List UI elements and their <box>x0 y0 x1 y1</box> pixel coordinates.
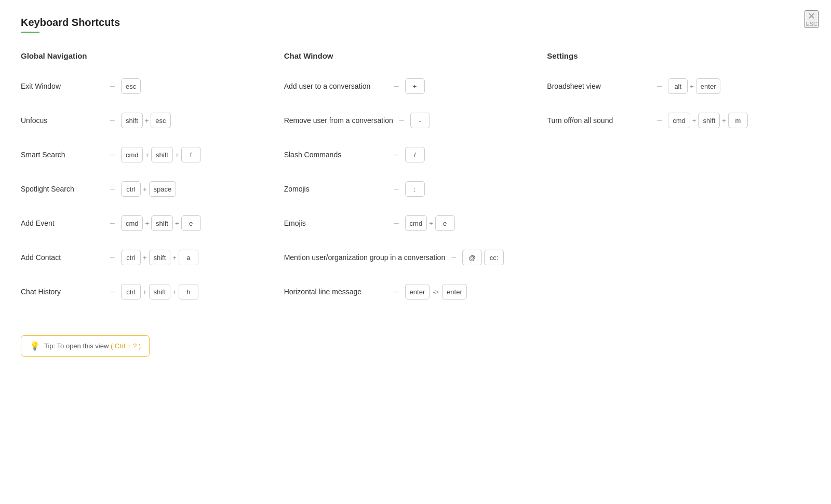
add-user-label: Add user to a conversation <box>284 82 388 90</box>
key-ctrl: ctrl <box>121 250 141 265</box>
key-cmd: cmd <box>405 215 427 231</box>
chat-window-title: Chat Window <box>284 51 537 60</box>
slash-commands-keys: / <box>405 147 425 162</box>
key-shift: shift <box>151 147 173 162</box>
dash: – <box>657 81 662 91</box>
horizontal-line-label: Horizontal line message <box>284 288 388 296</box>
plus: + <box>722 117 726 125</box>
shortcut-broadsheet: Broadsheet view – alt + enter <box>547 75 800 98</box>
mention-label: Mention user/organization group in a con… <box>284 253 446 262</box>
plus: + <box>143 185 147 193</box>
plus: + <box>690 83 694 90</box>
dash: – <box>110 287 115 296</box>
shortcut-sound: Turn off/on all sound – cmd + shift + m <box>547 109 800 132</box>
plus: + <box>143 288 147 296</box>
key-space: space <box>149 181 177 197</box>
broadsheet-label: Broadsheet view <box>547 82 651 90</box>
key-slash: / <box>405 147 425 162</box>
close-icon: ✕ <box>808 11 815 21</box>
global-navigation-column: Global Navigation Exit Window – esc Unfo… <box>21 51 284 357</box>
key-minus: - <box>410 113 430 128</box>
plus: + <box>172 254 177 262</box>
shortcut-remove-user: Remove user from a conversation – - <box>284 109 537 132</box>
dash: – <box>394 81 399 91</box>
key-shift: shift <box>149 250 171 265</box>
key-shift: shift <box>121 113 143 128</box>
dash: – <box>399 116 404 125</box>
key-shift: shift <box>698 113 720 128</box>
add-event-label: Add Event <box>21 219 104 227</box>
key-enter: enter <box>696 78 721 94</box>
dash: – <box>394 184 399 194</box>
close-button[interactable]: ✕ ESC <box>805 10 819 28</box>
plus: + <box>175 151 179 159</box>
add-event-keys: cmd + shift + e <box>121 215 201 231</box>
slash-commands-label: Slash Commands <box>284 151 388 159</box>
plus: + <box>172 288 177 296</box>
key-esc: esc <box>151 113 170 128</box>
add-user-keys: + <box>405 78 425 94</box>
remove-user-keys: - <box>410 113 430 128</box>
plus: + <box>145 151 149 159</box>
title-underline <box>21 32 39 33</box>
key-at: @ <box>462 250 482 265</box>
dash: – <box>110 184 115 194</box>
columns-container: Global Navigation Exit Window – esc Unfo… <box>21 51 810 357</box>
shortcut-zomojis: Zomojis – : <box>284 178 537 200</box>
spotlight-search-label: Spotlight Search <box>21 185 104 193</box>
key-h: h <box>179 284 198 299</box>
keyboard-shortcuts-modal: ✕ ESC Keyboard Shortcuts Global Navigati… <box>0 0 831 504</box>
shortcut-unfocus: Unfocus – shift + esc <box>21 109 274 132</box>
plus: + <box>692 117 696 125</box>
dash: – <box>394 219 399 228</box>
key-e: e <box>181 215 201 231</box>
add-contact-keys: ctrl + shift + a <box>121 250 198 265</box>
key-f: f <box>181 147 201 162</box>
spotlight-search-keys: ctrl + space <box>121 181 176 197</box>
smart-search-label: Smart Search <box>21 151 104 159</box>
dash: – <box>110 253 115 262</box>
dash: – <box>110 116 115 125</box>
dash: – <box>110 219 115 228</box>
global-nav-title: Global Navigation <box>21 51 274 60</box>
shortcut-slash-commands: Slash Commands – / <box>284 143 537 166</box>
key-enter-2: enter <box>442 284 467 299</box>
shortcut-emojis: Emojis – cmd + e <box>284 212 537 235</box>
plus: + <box>145 220 149 227</box>
key-cmd: cmd <box>121 215 143 231</box>
tip-box: 💡 Tip: To open this view ( Ctrl + ? ) <box>21 335 150 357</box>
tip-shortcut: ( Ctrl + ? ) <box>111 342 141 350</box>
shortcut-add-user: Add user to a conversation – + <box>284 75 537 98</box>
page-title: Keyboard Shortcuts <box>21 17 810 29</box>
exit-window-label: Exit Window <box>21 82 104 90</box>
tip-prefix: Tip: To open this view <box>44 342 109 350</box>
shortcut-add-contact: Add Contact – ctrl + shift + a <box>21 246 274 269</box>
tip-icon: 💡 <box>30 341 40 351</box>
shortcut-add-event: Add Event – cmd + shift + e <box>21 212 274 235</box>
key-ctrl: ctrl <box>121 284 141 299</box>
key-colon: : <box>405 181 425 197</box>
key-plus: + <box>405 78 425 94</box>
sound-keys: cmd + shift + m <box>668 113 748 128</box>
shortcut-horizontal-line: Horizontal line message – enter -> enter <box>284 280 537 303</box>
tip-text: Tip: To open this view ( Ctrl + ? ) <box>44 342 141 350</box>
add-contact-label: Add Contact <box>21 253 104 262</box>
broadsheet-keys: alt + enter <box>668 78 720 94</box>
smart-search-keys: cmd + shift + f <box>121 147 201 162</box>
chat-window-column: Chat Window Add user to a conversation –… <box>284 51 547 357</box>
zomojis-keys: : <box>405 181 425 197</box>
key-ctrl: ctrl <box>121 181 141 197</box>
shortcut-exit-window: Exit Window – esc <box>21 75 274 98</box>
key-shift: shift <box>151 215 173 231</box>
key-cmd: cmd <box>121 147 143 162</box>
key-esc: esc <box>121 78 141 94</box>
dash: – <box>110 81 115 91</box>
plus: + <box>429 220 433 227</box>
exit-window-keys: esc <box>121 78 141 94</box>
chat-history-keys: ctrl + shift + h <box>121 284 198 299</box>
emojis-keys: cmd + e <box>405 215 455 231</box>
zomojis-label: Zomojis <box>284 185 388 193</box>
close-label: ESC <box>806 21 817 27</box>
shortcut-chat-history: Chat History – ctrl + shift + h <box>21 280 274 303</box>
plus: + <box>143 254 147 262</box>
